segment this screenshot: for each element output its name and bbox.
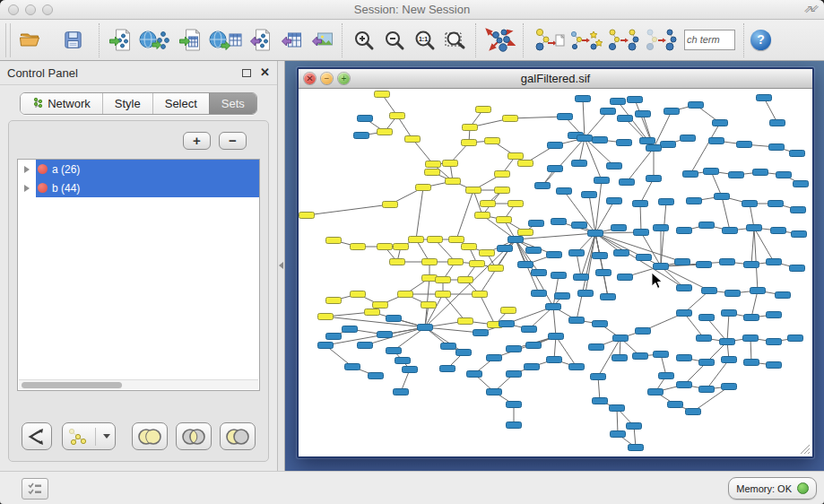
horizontal-scrollbar[interactable]	[19, 379, 258, 389]
graph-node[interactable]	[744, 315, 759, 321]
graph-node[interactable]	[767, 362, 782, 369]
graph-node[interactable]	[365, 309, 380, 316]
graph-node[interactable]	[405, 136, 421, 143]
graph-node[interactable]	[470, 261, 485, 267]
graph-node[interactable]	[788, 335, 803, 342]
graph-node[interactable]	[473, 330, 489, 336]
import-table-file-button[interactable]	[176, 23, 206, 57]
network-frame[interactable]: galFiltered.sif ✕ − +	[297, 67, 814, 458]
graph-node[interactable]	[426, 161, 441, 168]
graph-node[interactable]	[572, 222, 587, 229]
graph-node[interactable]	[422, 275, 438, 282]
graph-node[interactable]	[699, 222, 715, 229]
graph-node[interactable]	[526, 343, 542, 349]
graph-node[interactable]	[326, 298, 342, 304]
graph-node[interactable]	[398, 291, 413, 298]
graph-node[interactable]	[659, 199, 674, 205]
sets-list[interactable]: a (26)b (44)	[17, 159, 260, 391]
graph-node[interactable]	[569, 364, 585, 370]
graph-node[interactable]	[495, 171, 510, 178]
graph-node[interactable]	[681, 135, 696, 142]
graph-node[interactable]	[601, 294, 616, 300]
graph-node[interactable]	[418, 325, 433, 331]
graph-node[interactable]	[386, 348, 402, 354]
graph-node[interactable]	[636, 111, 651, 117]
graph-node[interactable]	[593, 137, 608, 143]
graph-node[interactable]	[422, 259, 438, 265]
graph-node[interactable]	[770, 120, 785, 126]
graph-node[interactable]	[497, 217, 512, 223]
graph-node[interactable]	[547, 252, 562, 258]
expander-cell[interactable]	[18, 178, 36, 197]
graph-node[interactable]	[525, 364, 540, 370]
new-network-from-selection-button[interactable]	[605, 23, 643, 57]
graph-node[interactable]	[480, 250, 495, 256]
graph-node[interactable]	[757, 95, 772, 101]
graph-node[interactable]	[558, 114, 573, 120]
graph-node[interactable]	[699, 315, 715, 321]
fullscreen-icon[interactable]: ⇗⇗	[803, 3, 820, 15]
graph-node[interactable]	[729, 172, 744, 178]
hide-selected-button[interactable]	[530, 23, 568, 57]
graph-node[interactable]	[699, 387, 715, 393]
graph-node[interactable]	[618, 116, 633, 122]
graph-node[interactable]	[529, 221, 544, 227]
graph-node[interactable]	[601, 109, 616, 115]
graph-node[interactable]	[351, 291, 366, 298]
graph-node[interactable]	[518, 230, 533, 236]
graph-node[interactable]	[440, 366, 455, 372]
chevron-down-icon[interactable]	[103, 434, 110, 439]
graph-node[interactable]	[769, 144, 785, 151]
graph-node[interactable]	[518, 262, 533, 268]
graph-node[interactable]	[744, 262, 759, 268]
tab-style[interactable]: Style	[102, 93, 152, 114]
graph-node[interactable]	[507, 402, 522, 408]
graph-node[interactable]	[436, 277, 451, 283]
graph-node[interactable]	[593, 253, 608, 259]
graph-node[interactable]	[551, 219, 567, 225]
graph-node[interactable]	[551, 273, 567, 279]
graph-node[interactable]	[767, 339, 782, 345]
graph-node[interactable]	[548, 166, 563, 172]
graph-node[interactable]	[448, 259, 464, 265]
import-table-url-button[interactable]	[206, 23, 246, 57]
graph-node[interactable]	[462, 140, 477, 146]
graph-node[interactable]	[661, 142, 676, 148]
graph-node[interactable]	[487, 389, 502, 395]
graph-node[interactable]	[547, 357, 562, 363]
graph-node[interactable]	[686, 409, 701, 415]
graph-node[interactable]	[369, 373, 384, 379]
graph-node[interactable]	[722, 384, 737, 390]
graph-node[interactable]	[436, 291, 451, 298]
graph-node[interactable]	[557, 188, 572, 195]
graph-node[interactable]	[549, 334, 564, 340]
graph-node[interactable]	[507, 422, 522, 429]
graph-node[interactable]	[343, 326, 358, 333]
panel-splitter[interactable]	[278, 61, 285, 471]
graph-node[interactable]	[614, 250, 629, 256]
graph-node[interactable]	[613, 335, 629, 342]
graph-node[interactable]	[358, 116, 373, 122]
graph-node[interactable]	[720, 339, 735, 345]
graph-node[interactable]	[771, 228, 786, 234]
graph-node[interactable]	[677, 382, 692, 388]
graph-node[interactable]	[569, 317, 585, 324]
graph-node[interactable]	[744, 360, 759, 366]
graph-node[interactable]	[458, 318, 473, 325]
graph-node[interactable]	[668, 402, 683, 408]
graph-node[interactable]	[637, 255, 652, 261]
graph-node[interactable]	[535, 183, 551, 189]
graph-node[interactable]	[425, 169, 440, 176]
graph-node[interactable]	[646, 145, 662, 152]
graph-node[interactable]	[416, 185, 431, 191]
graph-node[interactable]	[753, 169, 768, 176]
search-input[interactable]: ch term	[684, 30, 735, 50]
zoom-out-button[interactable]	[379, 23, 410, 57]
graph-node[interactable]	[654, 352, 669, 358]
graph-node[interactable]	[507, 346, 522, 352]
graph-node[interactable]	[747, 225, 762, 231]
graph-node[interactable]	[326, 238, 342, 244]
graph-node[interactable]	[485, 138, 500, 144]
create-set-from-selection-button[interactable]	[62, 422, 116, 450]
graph-node[interactable]	[507, 371, 522, 378]
